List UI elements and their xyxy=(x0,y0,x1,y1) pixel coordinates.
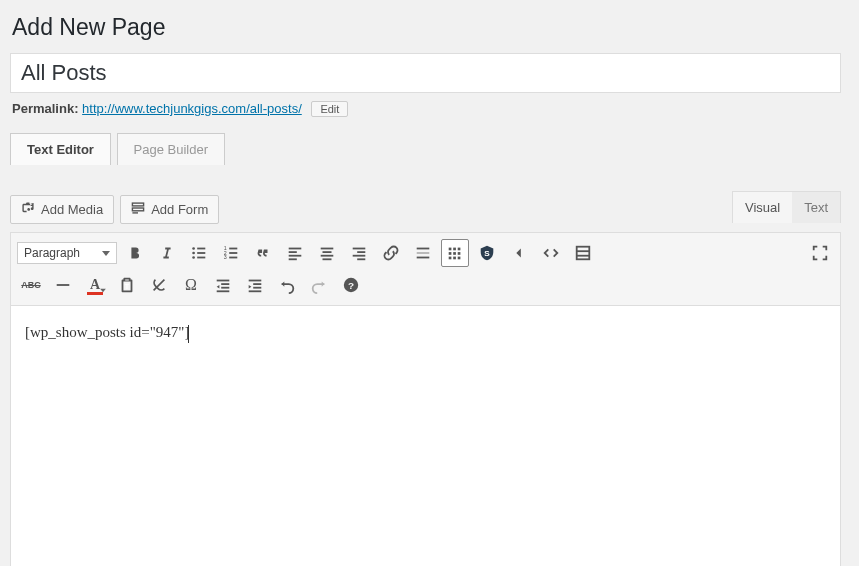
svg-rect-1 xyxy=(133,208,144,211)
svg-rect-31 xyxy=(453,248,456,251)
svg-rect-15 xyxy=(289,248,302,250)
svg-text:3: 3 xyxy=(224,254,227,260)
undo-icon[interactable] xyxy=(273,271,301,299)
link-icon[interactable] xyxy=(377,239,405,267)
svg-rect-23 xyxy=(353,248,366,250)
svg-rect-52 xyxy=(249,290,262,292)
numbered-list-icon[interactable]: 123 xyxy=(217,239,245,267)
toolbar-toggle-icon[interactable] xyxy=(441,239,469,267)
text-color-icon[interactable]: A xyxy=(81,271,109,299)
tab-page-builder[interactable]: Page Builder xyxy=(117,133,225,165)
svg-rect-14 xyxy=(229,257,237,259)
chevron-down-icon xyxy=(102,251,110,256)
svg-rect-10 xyxy=(229,248,237,250)
indent-icon[interactable] xyxy=(241,271,269,299)
svg-rect-4 xyxy=(197,248,205,250)
svg-rect-45 xyxy=(217,280,230,282)
svg-rect-33 xyxy=(449,252,452,255)
editor-toolbar: Paragraph 123 S ABC A T xyxy=(11,233,840,306)
hr-icon[interactable] xyxy=(49,271,77,299)
tab-text[interactable]: Text xyxy=(792,192,840,223)
svg-rect-51 xyxy=(253,287,261,289)
quote-icon[interactable] xyxy=(249,239,277,267)
editor-content[interactable]: [wp_show_posts id="947"] xyxy=(11,306,840,566)
add-form-label: Add Form xyxy=(151,202,208,217)
svg-rect-25 xyxy=(353,255,366,257)
svg-rect-38 xyxy=(458,257,461,260)
svg-point-3 xyxy=(192,247,195,250)
blocks-icon[interactable] xyxy=(569,239,597,267)
svg-rect-0 xyxy=(133,203,144,206)
text-cursor xyxy=(188,325,189,343)
bold-icon[interactable] xyxy=(121,239,149,267)
align-center-icon[interactable] xyxy=(313,239,341,267)
svg-rect-37 xyxy=(453,257,456,260)
svg-rect-19 xyxy=(321,248,334,250)
svg-rect-24 xyxy=(357,251,365,253)
bullet-list-icon[interactable] xyxy=(185,239,213,267)
builder-tabs: Text Editor Page Builder xyxy=(10,133,841,165)
add-media-button[interactable]: Add Media xyxy=(10,195,114,224)
add-form-button[interactable]: Add Form xyxy=(120,195,219,224)
paste-text-icon[interactable]: T xyxy=(113,271,141,299)
redo-icon[interactable] xyxy=(305,271,333,299)
svg-rect-47 xyxy=(221,287,229,289)
svg-rect-22 xyxy=(323,258,332,260)
svg-rect-6 xyxy=(197,252,205,254)
svg-rect-43 xyxy=(57,284,70,286)
svg-text:S: S xyxy=(484,249,490,258)
outdent-icon[interactable] xyxy=(209,271,237,299)
caret-left-icon[interactable] xyxy=(505,239,533,267)
svg-point-5 xyxy=(192,252,195,255)
editor-view-tabs: Visual Text xyxy=(732,191,841,223)
format-label: Paragraph xyxy=(24,246,80,260)
svg-rect-36 xyxy=(449,257,452,260)
special-char-icon[interactable]: Ω xyxy=(177,271,205,299)
distraction-free-icon[interactable] xyxy=(806,239,834,267)
align-left-icon[interactable] xyxy=(281,239,309,267)
format-select[interactable]: Paragraph xyxy=(17,242,117,264)
svg-rect-32 xyxy=(458,248,461,251)
add-media-label: Add Media xyxy=(41,202,103,217)
help-icon[interactable]: ? xyxy=(337,271,365,299)
svg-rect-34 xyxy=(453,252,456,255)
permalink-label: Permalink: xyxy=(12,101,78,116)
svg-rect-28 xyxy=(417,252,430,254)
svg-rect-30 xyxy=(449,248,452,251)
italic-icon[interactable] xyxy=(153,239,181,267)
svg-rect-26 xyxy=(357,258,365,260)
shield-icon[interactable]: S xyxy=(473,239,501,267)
svg-rect-49 xyxy=(249,280,262,282)
svg-rect-21 xyxy=(321,255,334,257)
content-text: [wp_show_posts id="947"] xyxy=(25,324,189,340)
edit-permalink-button[interactable]: Edit xyxy=(311,101,348,117)
svg-text:?: ? xyxy=(348,280,354,291)
svg-rect-27 xyxy=(417,248,430,250)
insert-more-icon[interactable] xyxy=(409,239,437,267)
code-icon[interactable] xyxy=(537,239,565,267)
svg-rect-50 xyxy=(253,283,261,285)
permalink-link[interactable]: http://www.techjunkgigs.com/all-posts/ xyxy=(82,101,302,116)
svg-rect-12 xyxy=(229,252,237,254)
svg-text:T: T xyxy=(125,282,130,291)
svg-rect-20 xyxy=(323,251,332,253)
clear-format-icon[interactable] xyxy=(145,271,173,299)
svg-rect-18 xyxy=(289,258,297,260)
tab-text-editor[interactable]: Text Editor xyxy=(10,133,111,165)
camera-music-icon xyxy=(21,201,35,218)
editor-box: Paragraph 123 S ABC A T xyxy=(10,232,841,566)
svg-rect-16 xyxy=(289,251,297,253)
svg-point-7 xyxy=(192,256,195,259)
svg-rect-29 xyxy=(417,257,430,259)
form-icon xyxy=(131,201,145,218)
tab-visual[interactable]: Visual xyxy=(733,192,792,223)
permalink-row: Permalink: http://www.techjunkgigs.com/a… xyxy=(12,101,841,117)
svg-rect-35 xyxy=(458,252,461,255)
svg-rect-40 xyxy=(577,247,590,260)
svg-rect-46 xyxy=(221,283,229,285)
svg-rect-8 xyxy=(197,257,205,259)
post-title-input[interactable] xyxy=(10,53,841,93)
strikethrough-icon[interactable]: ABC xyxy=(17,271,45,299)
align-right-icon[interactable] xyxy=(345,239,373,267)
page-title: Add New Page xyxy=(12,14,841,41)
